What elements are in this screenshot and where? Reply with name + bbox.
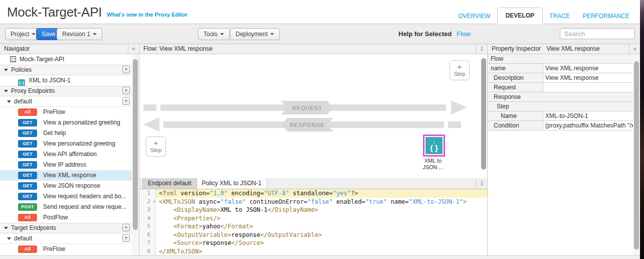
search-input[interactable] (560, 28, 635, 39)
nav-item-view-api-affirmation[interactable]: GETView API affirmation (0, 149, 132, 160)
code-token: response (202, 239, 232, 246)
code-line[interactable]: <OutputVariable>response</OutputVariable… (156, 231, 487, 239)
add-default-button[interactable]: + (122, 234, 130, 242)
nav-section-target-endpoints[interactable]: Target Endpoints+ (0, 223, 132, 233)
tab-develop[interactable]: DEVELOP (497, 8, 543, 24)
property-value-description[interactable]: View XML response (543, 73, 633, 82)
property-value-name[interactable]: XML-to-JSON-1 (543, 111, 633, 120)
code-lines[interactable]: <?xml version="1.0" encoding="UTF-8" sta… (156, 189, 487, 255)
code-line[interactable]: <Properties/> (156, 214, 487, 223)
nav-item-postflow[interactable]: AllPostFlow (0, 212, 132, 223)
proxy-overview-icon (10, 56, 16, 62)
property-value-condition[interactable]: (proxy.pathsuffix MatchesPath "/x (543, 121, 633, 130)
code-token (159, 215, 173, 222)
line-number: 6 (139, 231, 155, 239)
collapse-inspector-icon[interactable]: » (629, 44, 640, 54)
nav-item-view-ip-address[interactable]: GETView IP address (0, 160, 132, 170)
inspector-scrollbar-thumb[interactable] (634, 61, 639, 249)
tab-trace[interactable]: TRACE (543, 9, 576, 24)
whats-new-link[interactable]: What's new in the Proxy Editor (107, 12, 187, 18)
chevron-down-icon (270, 33, 274, 35)
add-target-endpoints-button[interactable]: + (122, 224, 130, 231)
code-line[interactable]: <?xml version="1.0" encoding="UTF-8" sta… (156, 189, 487, 198)
nav-subsection-label: default (14, 98, 32, 105)
code-line[interactable]: <XMLToJSON async="false" continueOnError… (156, 198, 487, 206)
canvas-scrollbar-thumb[interactable] (481, 58, 486, 170)
property-value-request[interactable] (543, 83, 633, 92)
nav-item-view-json-response[interactable]: GETView JSON response (0, 181, 132, 191)
code-token: response (232, 231, 261, 238)
code-line[interactable]: <DisplayName>XML to JSON-1</DisplayName> (156, 206, 487, 214)
code-tab-policy-xml-to-json-1[interactable]: Policy XML to JSON-1 (197, 178, 267, 189)
proxy-editor-page: Mock-Target-API What's new in the Proxy … (0, 0, 644, 259)
navigator-scrollbar-thumb[interactable] (133, 59, 138, 230)
canvas-scrollbar[interactable] (481, 56, 487, 177)
deployment-menu-button[interactable]: Deployment (230, 28, 280, 40)
fold-caret-icon[interactable]: ▾ (153, 198, 155, 206)
header-tabs: OVERVIEWDEVELOPTRACEPERFORMANCE (452, 8, 636, 24)
code-token: <XMLToJSON (159, 198, 195, 205)
nav-subsection-label: default (14, 235, 32, 242)
nav-section-label: Target Endpoints (11, 224, 56, 231)
add-proxy-endpoints-button[interactable]: + (122, 87, 130, 94)
revision-menu-button[interactable]: Revision 1 (57, 28, 102, 40)
nav-item-xml-to-json-1[interactable]: {↓}XML to JSON-1 (0, 75, 132, 86)
add-step-request-button[interactable]: + Step (450, 60, 470, 80)
help-flow-link[interactable]: Flow (457, 30, 470, 38)
tools-menu-button[interactable]: Tools (198, 28, 230, 40)
code-token: ?> (351, 190, 358, 197)
nav-item-view-personalized-greeting[interactable]: GETView personalized greeting (0, 139, 132, 149)
inspector-scrollbar[interactable] (633, 54, 640, 255)
collapse-navigator-icon[interactable]: « (128, 44, 139, 54)
nav-item-label: View IP address (43, 161, 86, 168)
code-token (159, 239, 173, 246)
code-token: "1.0" (209, 190, 228, 197)
page-title: Mock-Target-API (7, 5, 102, 20)
code-token (159, 206, 173, 213)
line-number-gutter: 12▾345678 (139, 189, 156, 255)
code-editor[interactable]: 12▾345678 <?xml version="1.0" encoding="… (139, 189, 487, 255)
nav-item-preflow[interactable]: AllPreFlow (0, 107, 132, 117)
nav-item-view-xml-response[interactable]: GETView XML response (0, 170, 132, 181)
code-line[interactable]: </XMLToJSON> (156, 247, 487, 256)
nav-item-mock-target-api[interactable]: Mock-Target-API (0, 54, 132, 65)
add-policies-button[interactable]: + (122, 66, 130, 73)
chevron-down-icon (32, 33, 36, 35)
add-default-button[interactable]: + (122, 97, 130, 105)
property-label: Request (488, 83, 516, 92)
collapse-flow-panel-icon[interactable]: ∧∧ (476, 44, 487, 54)
property-value-name[interactable]: View XML response (543, 64, 633, 73)
code-line[interactable]: <Format>yahoo</Format> (156, 222, 487, 231)
code-token: "true" (365, 198, 387, 205)
navigator-scrollbar[interactable] (132, 54, 139, 255)
method-badge-get: GET (18, 161, 37, 169)
nav-item-get-help[interactable]: GETGet help (0, 128, 132, 139)
nav-section-proxy-endpoints[interactable]: Proxy Endpoints+ (0, 86, 132, 96)
plus-icon: + (450, 62, 469, 71)
add-step-response-button[interactable]: + Step (146, 137, 166, 157)
code-token: <? (159, 190, 166, 197)
tab-performance[interactable]: PERFORMANCE (576, 9, 636, 24)
tab-overview[interactable]: OVERVIEW (452, 9, 497, 24)
nav-item-preflow[interactable]: AllPreFlow (0, 244, 132, 254)
code-token: name= (387, 198, 408, 205)
code-line[interactable]: <Source>response</Source> (156, 239, 487, 247)
response-arrow-segment (448, 121, 461, 128)
method-badge-all: All (18, 108, 37, 116)
window-edge (640, 0, 644, 259)
method-badge-get: GET (18, 172, 37, 179)
nav-section-policies[interactable]: Policies+ (0, 65, 132, 75)
nav-item-send-request-and-view-reque[interactable]: POSTSend request and view reque... (0, 202, 132, 212)
nav-item-label: View personalized greeting (43, 140, 115, 147)
collapse-code-panel-icon[interactable]: ∨∨ (476, 178, 487, 189)
nav-subsection-default[interactable]: default+ (0, 96, 132, 107)
xml-to-json-policy-node[interactable]: ↓ { } (423, 135, 445, 157)
flow-panel-title: Flow: View XML response (143, 45, 212, 52)
method-badge-all: All (18, 245, 37, 253)
nav-item-view-request-headers-and-bo[interactable]: GETView request headers and bo... (0, 191, 132, 202)
nav-item-view-a-personalized-greeting[interactable]: GETView a personalized greeting (0, 117, 132, 128)
nav-subsection-default[interactable]: default+ (0, 233, 132, 244)
inspector-row-name: nameView XML response (488, 64, 633, 73)
code-tab-endpoint-default[interactable]: Endpoint default (142, 178, 197, 189)
inspector-row-condition: Condition(proxy.pathsuffix MatchesPath "… (488, 121, 633, 131)
